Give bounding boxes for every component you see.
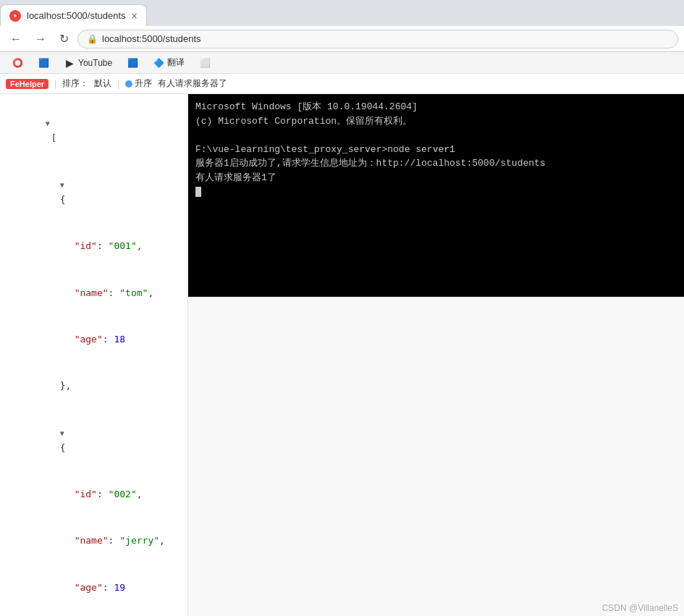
obj2-collapse-icon[interactable] (60, 429, 64, 437)
bm6-icon: ⬜ (199, 57, 211, 69)
nav-bar: ← → ↻ 🔒 localhost:5000/students (0, 26, 684, 52)
json-root-open: [ (0, 100, 187, 161)
youtube-icon: ▶ (64, 57, 75, 69)
cmd-cursor (195, 187, 201, 197)
json-obj2-id: "id": "002", (0, 471, 187, 518)
cmd-line-2: (c) Microsoft Corporation。保留所有权利。 (195, 114, 677, 129)
cmd-line-5: 服务器1启动成功了,请求学生信息地址为：http://localhost:500… (195, 156, 677, 171)
bookmark-4[interactable]: 🟦 (121, 55, 144, 71)
address-bar[interactable]: 🔒 localhost:5000/students (77, 30, 678, 48)
json-obj2-open: { (0, 410, 187, 471)
json-obj2-close: }, (0, 611, 187, 616)
json-obj1-close: }, (0, 363, 187, 410)
bm1-icon: ⭕ (12, 57, 23, 69)
tab-bar: localhost:5000/students × (0, 0, 684, 26)
cmd-line-6: 有人请求服务器1了 (195, 171, 677, 185)
sort-label: 排序： (62, 77, 88, 90)
bookmark-6[interactable]: ⬜ (193, 55, 216, 71)
cmd-line-3 (195, 128, 677, 143)
expand-radio[interactable] (125, 80, 132, 88)
json-obj1-id: "id": "001", (0, 223, 187, 269)
tab-title: localhost:5000/students (27, 10, 126, 21)
address-text: localhost:5000/students (102, 33, 201, 44)
cmd-line-1: Microsoft Windows [版本 10.0.19044.2604] (195, 100, 677, 114)
main-area: [ { "id": "001", "name": "tom", "age": 1… (0, 94, 684, 616)
bm2-icon: 🟦 (38, 57, 49, 69)
json-top-section: [ { "id": "001", "name": "tom", "age": 1… (0, 100, 187, 616)
translate-label: 翻译 (167, 56, 185, 69)
bm4-icon: 🟦 (127, 57, 138, 69)
fehelper-message: 有人请求服务器了 (158, 77, 227, 90)
bookmark-youtube[interactable]: ▶ YouTube (58, 55, 118, 71)
json-obj1-open: { (0, 161, 187, 223)
bookmark-translate[interactable]: 🔷 翻译 (147, 54, 190, 71)
fehelper-logo: FeHelper (6, 79, 48, 89)
lock-icon: 🔒 (87, 34, 98, 44)
root-collapse-icon[interactable] (46, 119, 50, 127)
expand-option[interactable]: 升序 (125, 77, 152, 90)
json-panel[interactable]: [ { "id": "001", "name": "tom", "age": 1… (0, 94, 188, 616)
json-obj1-name: "name": "tom", (0, 270, 187, 316)
cmd-window: Microsoft Windows [版本 10.0.19044.2604] (… (188, 94, 684, 297)
json-obj2-age: "age": 19 (0, 565, 187, 611)
bookmark-2[interactable]: 🟦 (32, 55, 55, 71)
json-obj2-name: "name": "jerry", (0, 518, 187, 565)
cmd-line-4: F:\vue-learning\test_proxy_server>node s… (195, 143, 677, 157)
expand-label: 升序 (135, 77, 152, 90)
fehelper-bar: FeHelper | 排序： 默认 | 升序 有人请求服务器了 (0, 74, 684, 94)
json-obj1-age: "age": 18 (0, 316, 187, 363)
tab-close-button[interactable]: × (132, 10, 138, 22)
active-tab[interactable]: localhost:5000/students × (0, 4, 147, 26)
bookmarks-bar: ⭕ 🟦 ▶ YouTube 🟦 🔷 翻译 ⬜ (0, 52, 684, 74)
tab-favicon (9, 10, 21, 22)
bookmark-1[interactable]: ⭕ (6, 55, 29, 71)
csdn-watermark: CSDN @VillanelleS (602, 603, 678, 613)
youtube-label: YouTube (78, 58, 112, 68)
sort-default: 默认 (94, 77, 111, 90)
forward-button[interactable]: → (30, 30, 51, 48)
obj1-collapse-icon[interactable] (60, 181, 64, 189)
cmd-cursor-line (195, 185, 677, 199)
right-panel-bg (188, 297, 684, 616)
browser-chrome: localhost:5000/students × ← → ↻ 🔒 localh… (0, 0, 684, 94)
back-button[interactable]: ← (6, 30, 26, 48)
reload-button[interactable]: ↻ (55, 29, 73, 48)
translate-icon: 🔷 (153, 57, 164, 69)
